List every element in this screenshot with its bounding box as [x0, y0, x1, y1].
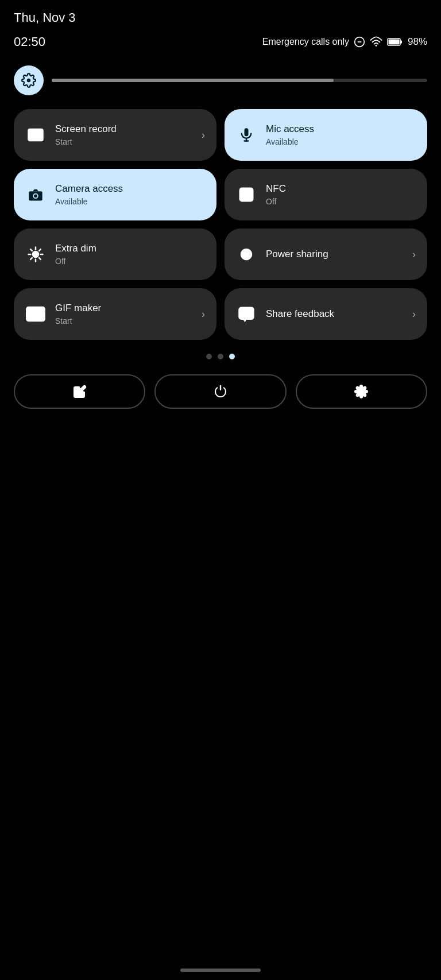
tile-screen-record-text: Screen record Start: [55, 123, 192, 146]
time: 02:50: [14, 34, 45, 49]
tile-camera-access-text: Camera access Available: [55, 183, 205, 206]
svg-rect-7: [245, 128, 249, 136]
tile-extra-dim[interactable]: Extra dim Off: [14, 228, 216, 280]
status-icons: Emergency calls only 98%: [262, 36, 427, 48]
tile-gif-maker-title: GIF maker: [55, 303, 192, 314]
share-feedback-chevron-icon: ›: [412, 308, 416, 320]
tile-mic-access-text: Mic access Available: [266, 123, 416, 146]
tile-share-feedback-text: Share feedback: [266, 308, 403, 320]
svg-line-22: [39, 249, 41, 251]
settings-icon: [354, 385, 368, 398]
svg-rect-4: [400, 41, 402, 44]
svg-rect-27: [239, 308, 254, 319]
svg-line-23: [30, 258, 32, 259]
svg-line-21: [39, 258, 41, 259]
tile-extra-dim-subtitle: Off: [55, 257, 205, 266]
tile-gif-maker[interactable]: GIF GIF maker Start ›: [14, 288, 216, 340]
emergency-text: Emergency calls only: [262, 37, 349, 47]
date: Thu, Nov 3: [14, 10, 427, 25]
svg-text:GIF: GIF: [28, 311, 40, 319]
mic-icon: [236, 125, 257, 145]
gif-icon: GIF: [25, 304, 46, 324]
camera-icon: [25, 184, 46, 205]
tile-gif-maker-text: GIF maker Start: [55, 303, 192, 325]
tile-extra-dim-title: Extra dim: [55, 243, 205, 254]
brightness-row: [0, 54, 441, 101]
svg-point-30: [250, 310, 253, 313]
dot-1[interactable]: [206, 354, 212, 359]
power-icon: [214, 385, 227, 398]
edit-button[interactable]: [14, 374, 145, 409]
home-indicator[interactable]: [180, 969, 261, 972]
extra-dim-icon: [25, 244, 46, 265]
svg-point-2: [376, 45, 377, 47]
pagination-dots: [0, 348, 441, 370]
feedback-icon: [236, 304, 257, 324]
screen-record-chevron-icon: ›: [202, 129, 205, 141]
tile-share-feedback-title: Share feedback: [266, 308, 403, 320]
tile-mic-access[interactable]: Mic access Available: [225, 109, 427, 161]
tile-nfc-subtitle: Off: [266, 197, 416, 206]
dnd-icon: [354, 36, 365, 48]
tile-share-feedback[interactable]: Share feedback ›: [225, 288, 427, 340]
bottom-actions: [0, 370, 441, 420]
svg-line-20: [30, 249, 32, 251]
battery-percent: 98%: [408, 36, 427, 48]
gear-icon: [21, 73, 36, 88]
settings-button[interactable]: [296, 374, 427, 409]
tile-screen-record[interactable]: Screen record Start ›: [14, 109, 216, 161]
tile-nfc-title: NFC: [266, 183, 416, 195]
tile-mic-access-subtitle: Available: [266, 137, 416, 146]
battery-icon: [387, 36, 403, 48]
svg-point-12: [34, 194, 37, 197]
tile-camera-access[interactable]: Camera access Available: [14, 169, 216, 220]
svg-text:N: N: [241, 192, 246, 199]
tile-power-sharing-text: Power sharing: [266, 249, 403, 260]
tile-screen-record-title: Screen record: [55, 123, 192, 135]
tile-screen-record-subtitle: Start: [55, 137, 192, 146]
brightness-icon[interactable]: [14, 65, 44, 95]
wifi-icon: [370, 36, 382, 48]
status-bar: Thu, Nov 3 02:50 Emergency calls only 98…: [0, 0, 441, 54]
nfc-icon: N: [236, 184, 257, 205]
power-button[interactable]: [154, 374, 286, 409]
tile-mic-access-title: Mic access: [266, 123, 416, 135]
tile-camera-access-title: Camera access: [55, 183, 205, 195]
brightness-fill: [52, 79, 334, 82]
gif-maker-chevron-icon: ›: [202, 308, 205, 320]
brightness-slider[interactable]: [52, 79, 427, 82]
dot-2[interactable]: [218, 354, 223, 359]
dot-3[interactable]: [229, 354, 235, 359]
tile-gif-maker-subtitle: Start: [55, 316, 192, 326]
svg-rect-5: [388, 40, 399, 45]
power-sharing-chevron-icon: ›: [412, 249, 416, 261]
tile-nfc-text: NFC Off: [266, 183, 416, 206]
pencil-icon: [73, 385, 87, 398]
tile-extra-dim-text: Extra dim Off: [55, 243, 205, 265]
screen-record-icon: [25, 125, 46, 145]
power-sharing-icon: [236, 244, 257, 265]
tile-power-sharing[interactable]: Power sharing ›: [225, 228, 427, 280]
tile-camera-access-subtitle: Available: [55, 197, 205, 206]
tile-nfc[interactable]: N NFC Off: [225, 169, 427, 220]
tiles-grid: Screen record Start › Mic access Availab…: [0, 101, 441, 348]
svg-point-15: [33, 251, 38, 257]
tile-power-sharing-title: Power sharing: [266, 249, 403, 260]
